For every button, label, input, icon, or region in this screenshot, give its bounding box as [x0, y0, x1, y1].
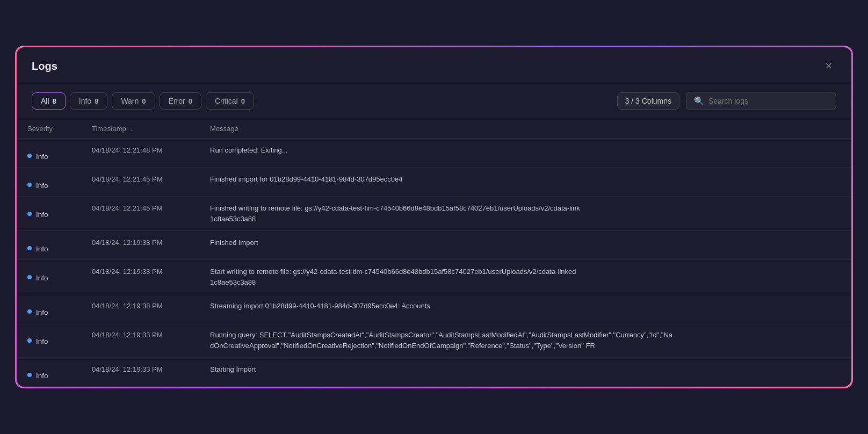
message-cell-0: Run completed. Exiting... — [199, 139, 851, 168]
severity-dot — [27, 309, 32, 314]
table-row[interactable]: Info04/18/24, 12:21:45 PMFinished writin… — [17, 197, 851, 231]
severity-cell-7: Info — [17, 358, 81, 387]
severity-cell-0: Info — [17, 139, 81, 168]
severity-label: Info — [36, 372, 48, 380]
severity-dot — [27, 246, 32, 250]
message-cell-7: Starting Import — [199, 358, 851, 387]
filter-tabs: All8Info8Warn0Error0Critical0 — [32, 92, 612, 110]
severity-dot — [27, 183, 32, 187]
tab-label: All — [41, 97, 49, 105]
severity-dot — [27, 212, 32, 216]
severity-cell-4: Info — [17, 260, 81, 294]
severity-label: Info — [36, 245, 48, 253]
message-cell-1: Finished import for 01b28d99-4410-4181-9… — [199, 168, 851, 197]
severity-cell-1: Info — [17, 168, 81, 197]
severity-cell-5: Info — [17, 294, 81, 323]
table-row[interactable]: Info04/18/24, 12:21:45 PMFinished import… — [17, 168, 851, 197]
tab-info[interactable]: Info8 — [70, 92, 108, 110]
tab-count: 8 — [95, 97, 98, 105]
tab-label: Error — [169, 97, 185, 105]
tab-label: Critical — [215, 97, 238, 105]
timestamp-cell-6: 04/18/24, 12:19:33 PM — [81, 323, 199, 358]
tab-warn[interactable]: Warn0 — [112, 92, 155, 110]
tab-critical[interactable]: Critical0 — [206, 92, 254, 110]
timestamp-cell-5: 04/18/24, 12:19:38 PM — [81, 294, 199, 323]
severity-label: Info — [36, 182, 48, 190]
col-header-message: Message — [199, 119, 851, 139]
severity-cell-3: Info — [17, 231, 81, 260]
table-row[interactable]: Info04/18/24, 12:19:38 PMStart writing t… — [17, 260, 851, 294]
tab-count: 0 — [189, 97, 192, 105]
table-row[interactable]: Info04/18/24, 12:19:38 PMFinished Import — [17, 231, 851, 260]
tab-count: 0 — [241, 97, 245, 105]
severity-dot — [27, 154, 32, 158]
table-body: Info04/18/24, 12:21:48 PMRun completed. … — [17, 139, 851, 387]
search-box: 🔍 — [686, 92, 836, 110]
logs-modal: Logs × All8Info8Warn0Error0Critical0 3 /… — [17, 47, 851, 387]
severity-label: Info — [36, 153, 48, 161]
message-cell-5: Streaming import 01b28d99-4410-4181-984d… — [199, 294, 851, 323]
tab-count: 0 — [142, 97, 146, 105]
severity-label: Info — [36, 274, 48, 282]
search-icon: 🔍 — [694, 96, 704, 106]
severity-label: Info — [36, 211, 48, 219]
search-input[interactable] — [708, 97, 828, 105]
severity-cell-6: Info — [17, 323, 81, 358]
toolbar-right: 3 / 3 Columns 🔍 — [617, 92, 836, 110]
tab-count: 8 — [53, 97, 56, 105]
tab-error[interactable]: Error0 — [160, 92, 201, 110]
modal-header: Logs × — [17, 47, 851, 83]
table-row[interactable]: Info04/18/24, 12:21:48 PMRun completed. … — [17, 139, 851, 168]
modal-wrapper: Logs × All8Info8Warn0Error0Critical0 3 /… — [15, 46, 853, 388]
message-cell-4: Start writing to remote file: gs://y42-c… — [199, 260, 851, 294]
table-row[interactable]: Info04/18/24, 12:19:38 PMStreaming impor… — [17, 294, 851, 323]
severity-dot — [27, 373, 32, 377]
table-header: SeverityTimestamp ↓Message — [17, 119, 851, 139]
severity-dot — [27, 275, 32, 279]
timestamp-cell-7: 04/18/24, 12:19:33 PM — [81, 358, 199, 387]
tab-all[interactable]: All8 — [32, 92, 66, 110]
tab-label: Info — [79, 97, 91, 105]
timestamp-cell-1: 04/18/24, 12:21:45 PM — [81, 168, 199, 197]
tab-label: Warn — [121, 97, 139, 105]
severity-label: Info — [36, 337, 48, 345]
timestamp-cell-0: 04/18/24, 12:21:48 PM — [81, 139, 199, 168]
severity-dot — [27, 338, 32, 343]
message-cell-2: Finished writing to remote file: gs://y4… — [199, 197, 851, 231]
message-cell-6: Running query: SELECT "AuditStampsCreate… — [199, 323, 851, 358]
timestamp-cell-2: 04/18/24, 12:21:45 PM — [81, 197, 199, 231]
table-container: SeverityTimestamp ↓Message Info04/18/24,… — [17, 119, 851, 387]
message-cell-3: Finished Import — [199, 231, 851, 260]
severity-label: Info — [36, 308, 48, 316]
sort-arrow: ↓ — [130, 125, 134, 133]
close-button[interactable]: × — [821, 58, 836, 74]
col-header-timestamp[interactable]: Timestamp ↓ — [81, 119, 199, 139]
table-row[interactable]: Info04/18/24, 12:19:33 PMRunning query: … — [17, 323, 851, 358]
col-header-severity: Severity — [17, 119, 81, 139]
toolbar: All8Info8Warn0Error0Critical0 3 / 3 Colu… — [17, 83, 851, 119]
modal-title: Logs — [32, 60, 57, 73]
severity-cell-2: Info — [17, 197, 81, 231]
table-row[interactable]: Info04/18/24, 12:19:33 PMStarting Import — [17, 358, 851, 387]
logs-table: SeverityTimestamp ↓Message Info04/18/24,… — [17, 119, 851, 387]
timestamp-cell-3: 04/18/24, 12:19:38 PM — [81, 231, 199, 260]
columns-button[interactable]: 3 / 3 Columns — [617, 92, 679, 110]
timestamp-cell-4: 04/18/24, 12:19:38 PM — [81, 260, 199, 294]
